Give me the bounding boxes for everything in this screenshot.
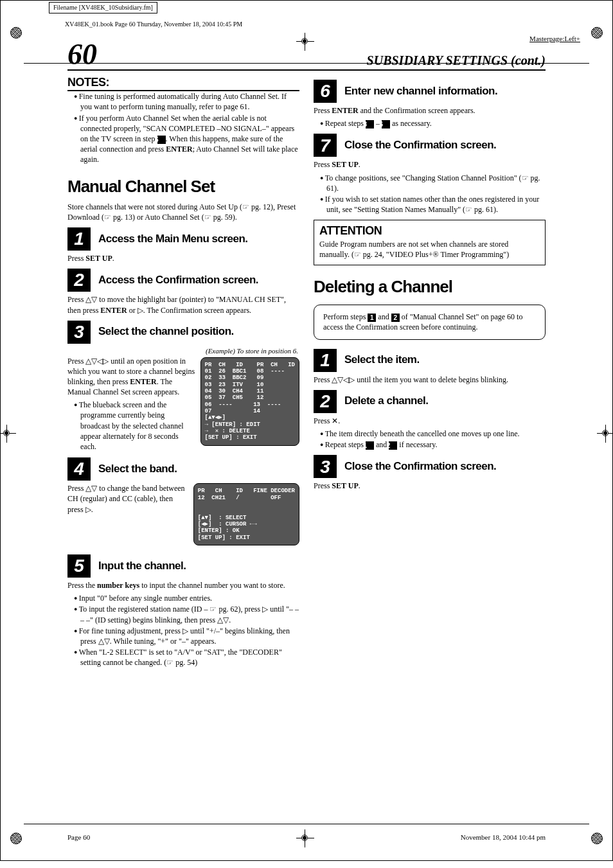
step-body: Press . [314, 416, 546, 426]
step-number-icon: 6 [314, 80, 337, 103]
attention-box: ATTENTION Guide Program numbers are not … [314, 220, 546, 265]
step-bullets: The item directly beneath the cancelled … [314, 429, 546, 450]
step-7: 7 Close the Confirmation screen. [314, 134, 546, 157]
notes-heading: NOTES: [67, 75, 299, 91]
attention-heading: ATTENTION [319, 223, 540, 238]
crop-mark-icon [296, 33, 314, 51]
masterpage-label: Masterpage:Left+ [529, 34, 580, 44]
step-title: Select the item. [344, 353, 420, 368]
step-4: 4 Select the band. [67, 457, 299, 481]
osd-screenshot: PR CH ID FINE DECODER 12 CH21 / OFF [▲▼]… [193, 483, 299, 545]
step-bullets: Input "0" before any single number entri… [67, 593, 299, 668]
step-number-icon: 2 [314, 390, 337, 413]
page-number: 60 [67, 40, 97, 69]
footer-page: Page 60 [67, 833, 90, 842]
osd-caption: (Example) To store in position 6. [67, 346, 298, 356]
step-5: 5 Input the channel. [67, 554, 299, 578]
step-title: Select the band. [98, 462, 177, 477]
step-body: Press SET UP. [67, 253, 299, 263]
step-ref-icon: 5 [157, 136, 166, 144]
perform-steps-box: Perform steps 1 and 2 of "Manual Channel… [314, 305, 546, 339]
note-item: Fine tuning is performed automatically d… [74, 91, 299, 112]
step-title: Close the Confirmation screen. [344, 138, 496, 153]
step-body: Press the number keys to input the chann… [67, 580, 299, 590]
step-title: Access the Main Menu screen. [98, 232, 248, 247]
step-ref-icon: 3 [366, 120, 374, 128]
step-ref-icon: 2 [391, 314, 400, 322]
step-bullets: To change positions, see "Changing Stati… [314, 173, 546, 215]
step-title: Access the Confirmation screen. [98, 273, 258, 288]
step-title: Input the channel. [98, 559, 186, 574]
left-column: NOTES: Fine tuning is performed automati… [67, 75, 299, 668]
step-number-icon: 4 [67, 457, 91, 481]
divider [24, 63, 589, 64]
step-body: Press SET UP. [314, 159, 546, 170]
step-body: Press to move the highlight bar (pointer… [67, 294, 299, 315]
step-number-icon: 5 [67, 554, 91, 578]
step-bullets: Repeat steps 3 – 6 as necessary. [314, 118, 546, 128]
delete-step-3: 3 Close the Confirmation screen. [314, 455, 546, 478]
book-meta: XV48EK_01.book Page 60 Thursday, Novembe… [1, 20, 612, 29]
intro-text: Store channels that were not stored duri… [67, 202, 299, 222]
bullet-item: If you wish to set station names other t… [320, 194, 546, 215]
osd-screenshot: PR CH ID PR CH ID 01 26 BBC1 08 ---- 02 … [200, 357, 299, 446]
step-body: Press until the item you want to delete … [314, 375, 546, 385]
step-6: 6 Enter new channel information. [314, 80, 546, 103]
bullet-item: To input the registered station name (ID… [74, 604, 299, 624]
step-number-icon: 2 [67, 269, 91, 292]
bullet-item: For fine tuning adjustment, press until … [74, 626, 299, 646]
bullet-item: To change positions, see "Changing Stati… [320, 173, 546, 193]
crop-mark-icon [7, 24, 25, 42]
step-ref-icon: 6 [382, 120, 390, 128]
step-title: Close the Confirmation screen. [344, 459, 496, 474]
step-number-icon: 7 [314, 134, 337, 157]
crop-mark-icon [0, 425, 16, 443]
step-number-icon: 3 [314, 455, 337, 478]
step-number-icon: 1 [67, 227, 91, 251]
notes-list: Fine tuning is performed automatically d… [67, 91, 299, 164]
procedure-title: Deleting a Channel [314, 276, 546, 298]
note-item: If you perform Auto Channel Set when the… [74, 113, 299, 165]
step-body: Press ENTER and the Confirmation screen … [314, 105, 546, 116]
attention-body: Guide Program numbers are not set when c… [319, 239, 540, 260]
page-footer: Page 60 November 18, 2004 10:44 pm [1, 833, 612, 842]
bullet-item: The item directly beneath the cancelled … [320, 429, 546, 439]
delete-step-1: 1 Select the item. [314, 349, 546, 372]
crop-mark-icon [597, 425, 613, 443]
bullet-item: Repeat steps 3 – 6 as necessary. [320, 118, 546, 128]
procedure-title: Manual Channel Set [67, 175, 299, 198]
right-column: 6 Enter new channel information. Press E… [314, 75, 546, 668]
filename-label: Filename [XV48EK_10Subsidiary.fm] [49, 2, 157, 13]
footer-date: November 18, 2004 10:44 pm [461, 833, 546, 842]
step-ref-icon: 1 [366, 441, 374, 450]
content-area: 60 SUBSIDIARY SETTINGS (cont.) NOTES: Fi… [1, 40, 612, 668]
crop-mark-icon [588, 24, 606, 42]
step-number-icon: 3 [67, 321, 91, 344]
step-3: 3 Select the channel position. [67, 321, 299, 344]
step-1: 1 Access the Main Menu screen. [67, 227, 299, 251]
step-number-icon: 1 [314, 349, 337, 372]
delete-step-2: 2 Delete a channel. [314, 390, 546, 413]
bullet-item: When "L-2 SELECT" is set to "A/V" or "SA… [74, 647, 299, 668]
step-title: Enter new channel information. [344, 84, 497, 99]
step-ref-icon: 1 [368, 314, 376, 322]
section-title: SUBSIDIARY SETTINGS (cont.) [367, 52, 546, 69]
bullet-item: Repeat steps 1 and 2 if necessary. [320, 439, 546, 450]
divider [24, 824, 589, 824]
page: Filename [XV48EK_10Subsidiary.fm] XV48EK… [0, 0, 613, 861]
step-title: Select the channel position. [98, 324, 234, 339]
step-body: Press SET UP. [314, 481, 546, 491]
perform-text: Perform steps 1 and 2 of "Manual Channel… [323, 312, 522, 332]
step-title: Delete a channel. [344, 394, 428, 409]
step-ref-icon: 2 [389, 441, 397, 450]
bullet-item: Input "0" before any single number entri… [74, 593, 299, 603]
step-2: 2 Access the Confirmation screen. [67, 269, 299, 292]
